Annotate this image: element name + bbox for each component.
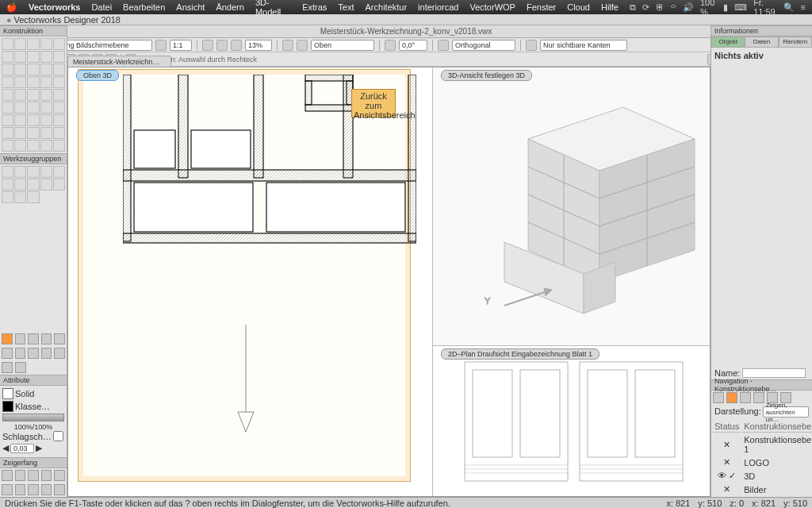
wg-7[interactable]: [14, 179, 26, 190]
snap-smart-icon[interactable]: [54, 470, 65, 481]
tool-h[interactable]: [27, 140, 39, 152]
document-tab[interactable]: Meisterstück-Werkzeichn…: [67, 56, 171, 67]
tool-clip[interactable]: [53, 102, 65, 114]
attr-q9[interactable]: [41, 348, 52, 359]
scale-field[interactable]: 1:1: [170, 40, 192, 51]
wg-12[interactable]: [14, 191, 26, 203]
layer-row-3[interactable]: 👁 ✓3D: [713, 470, 812, 482]
indent-right-icon[interactable]: ▶: [36, 443, 42, 453]
class-btn[interactable]: Klasse…: [15, 402, 50, 411]
tool-join[interactable]: [40, 102, 52, 114]
dropbox-icon[interactable]: ⧉: [630, 2, 636, 13]
tool-zoom[interactable]: [27, 38, 39, 50]
darstellung-select[interactable]: Zeigen, ausrichten un…: [763, 406, 809, 418]
zoom-in-icon[interactable]: [202, 40, 213, 51]
tool-symbol[interactable]: [27, 76, 39, 88]
layer-row-2[interactable]: ✕LOGO: [713, 456, 812, 468]
fill-mode[interactable]: Solid: [15, 389, 34, 398]
tool-rotate[interactable]: [53, 89, 65, 101]
nav-views-icon[interactable]: [753, 392, 764, 403]
window-close-icon[interactable]: ●: [6, 15, 12, 25]
pen-swatch[interactable]: [2, 401, 13, 412]
plan2d-viewport-tag[interactable]: 2D–Plan Draufsicht Eingabezeichnung Blat…: [441, 348, 599, 360]
snap-obj-icon[interactable]: [15, 470, 26, 481]
snap-edge-icon[interactable]: [15, 484, 26, 495]
zoom-fit-icon[interactable]: [231, 40, 242, 51]
menu-vectorwop[interactable]: VectorWOP: [469, 2, 515, 12]
layer-row-4[interactable]: ✕Bilder: [713, 483, 812, 495]
attr-q11[interactable]: [2, 362, 13, 373]
tool-a[interactable]: [2, 127, 13, 139]
clock[interactable]: Fr. 11:59: [753, 0, 776, 17]
layer-vis-icon[interactable]: [282, 40, 293, 51]
tool-c[interactable]: [27, 127, 39, 139]
top-viewport-tag[interactable]: Oben 3D: [76, 70, 119, 81]
wg-5[interactable]: [53, 166, 65, 178]
snap-wp-icon[interactable]: [41, 484, 52, 495]
top-viewport[interactable]: Oben 3D: [68, 67, 432, 496]
apple-icon[interactable]: 🍎: [6, 2, 17, 13]
attr-q7[interactable]: [15, 348, 26, 359]
wg-3[interactable]: [27, 166, 39, 178]
tool-attr[interactable]: [14, 114, 26, 126]
tool-poly[interactable]: [2, 64, 13, 75]
wg-9[interactable]: [40, 179, 52, 190]
tool-flyover[interactable]: [40, 38, 52, 50]
tool-b[interactable]: [14, 127, 26, 139]
search-icon[interactable]: 🔍: [783, 2, 795, 13]
wg-4[interactable]: [40, 166, 52, 178]
menu-architektur[interactable]: Architektur: [366, 2, 408, 12]
snap-tan-icon[interactable]: [28, 484, 39, 495]
attr-q12[interactable]: [15, 362, 26, 373]
menu-hilfe[interactable]: Hilfe: [601, 2, 619, 12]
wg-13[interactable]: [27, 191, 39, 203]
snap-int-icon[interactable]: [41, 470, 52, 481]
col-status[interactable]: Status: [713, 421, 741, 433]
layer-row-1[interactable]: ✕Konstruktionsebene-1: [713, 434, 812, 455]
nav-layers-icon[interactable]: [726, 392, 737, 403]
menu-ansicht[interactable]: Ansicht: [176, 2, 205, 12]
tool-walk[interactable]: [53, 38, 65, 50]
attr-q4[interactable]: [41, 333, 52, 344]
tool-move[interactable]: [40, 114, 52, 126]
attr-q6[interactable]: [2, 348, 13, 359]
wg-1[interactable]: [2, 166, 13, 178]
tab-daten[interactable]: Daten: [745, 37, 778, 48]
tool-offset[interactable]: [2, 102, 13, 114]
proj-icon[interactable]: [438, 40, 449, 51]
iso-viewport-tag[interactable]: 3D-Ansicht festlegen 3D: [441, 70, 532, 81]
tool-line[interactable]: [2, 51, 13, 63]
volume-icon[interactable]: 🔊: [683, 2, 694, 13]
menu-interiorcad[interactable]: interiorcad: [418, 2, 458, 12]
tool-mirror[interactable]: [40, 89, 52, 101]
drawing-area[interactable]: Oben 3D: [67, 67, 710, 497]
menu-extras[interactable]: Extras: [302, 2, 327, 12]
tool-fillet[interactable]: [14, 89, 26, 101]
attr-q5[interactable]: [54, 333, 65, 344]
tool-pan[interactable]: [14, 38, 26, 50]
nav-classes-icon[interactable]: [713, 392, 724, 403]
tool-2d[interactable]: [2, 76, 13, 88]
menu-bearbeiten[interactable]: Bearbeiten: [123, 2, 165, 12]
tool-scale[interactable]: [53, 114, 65, 126]
tool-g[interactable]: [14, 140, 26, 152]
menu-icon[interactable]: ≡: [801, 2, 806, 12]
tool-dim[interactable]: [53, 76, 65, 88]
projection-select[interactable]: Orthogonal: [452, 40, 515, 51]
tool-rect[interactable]: [40, 51, 52, 63]
shield-icon[interactable]: ⛨: [656, 2, 665, 12]
tool-trim[interactable]: [14, 102, 26, 114]
wg-11[interactable]: [2, 191, 13, 203]
input-icon[interactable]: ⌨: [734, 2, 747, 13]
tool-arc[interactable]: [14, 51, 26, 63]
menu-3dmodell[interactable]: 3D-Modell: [255, 0, 291, 17]
return-note[interactable]: ZurückzumAnsichtsbereich: [351, 89, 396, 117]
tool-double[interactable]: [27, 64, 39, 75]
menu-datei[interactable]: Datei: [91, 2, 112, 12]
tool-align[interactable]: [27, 114, 39, 126]
wg-10[interactable]: [53, 179, 65, 190]
tool-d[interactable]: [40, 127, 52, 139]
snap-grid-icon[interactable]: [2, 470, 13, 481]
battery-icon[interactable]: ▮: [723, 2, 728, 13]
menu-text[interactable]: Text: [338, 2, 354, 12]
